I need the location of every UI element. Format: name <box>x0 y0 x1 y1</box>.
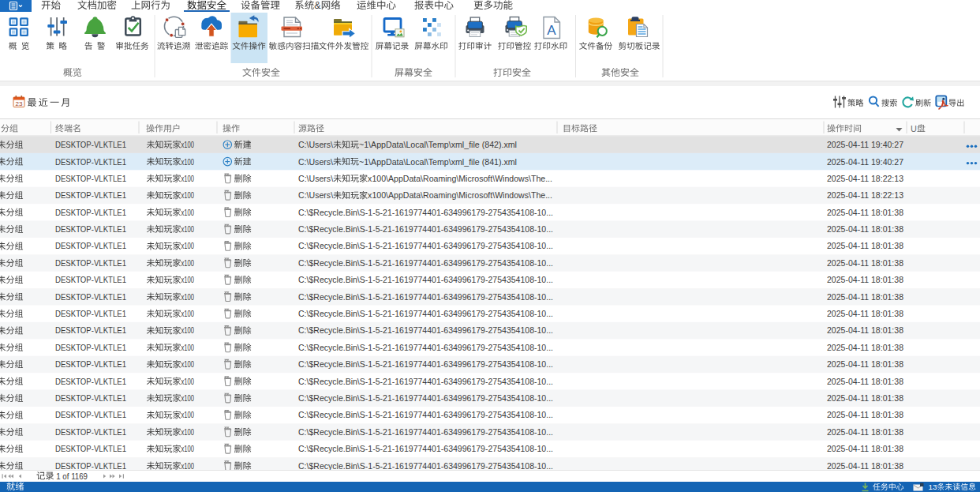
svg-text:DESKTOP-VLKTLE1: DESKTOP-VLKTLE1 <box>55 190 126 200</box>
svg-text:x100: x100 <box>181 140 195 149</box>
svg-text:DESKTOP-VLKTLE1: DESKTOP-VLKTLE1 <box>55 208 126 217</box>
svg-text:U: U <box>911 124 917 133</box>
svg-text:x100: x100 <box>181 174 195 183</box>
svg-text:13: 13 <box>929 483 938 491</box>
svg-text:x100: x100 <box>181 157 195 167</box>
svg-text:x100: x100 <box>181 190 195 200</box>
svg-text:x100: x100 <box>181 208 195 217</box>
svg-text:2025-04-11 19:40:27: 2025-04-11 19:40:27 <box>827 157 903 167</box>
svg-text:C:\$Recycle.Bin\S-1-5-21-16197: C:\$Recycle.Bin\S-1-5-21-1619774401-6349… <box>298 208 553 217</box>
svg-text:&: & <box>314 0 321 11</box>
svg-text:2025-04-11 19:40:27: 2025-04-11 19:40:27 <box>827 140 903 149</box>
svg-text:~1\AppData\Local\Temp\xml_file: ~1\AppData\Local\Temp\xml_file (841).xml <box>359 157 517 167</box>
svg-text:1 of 1169: 1 of 1169 <box>54 471 88 481</box>
svg-text:2025-04-11 18:22:13: 2025-04-11 18:22:13 <box>827 174 903 183</box>
svg-text:DESKTOP-VLKTLE1: DESKTOP-VLKTLE1 <box>55 157 126 167</box>
svg-text:2025-04-11 18:01:38: 2025-04-11 18:01:38 <box>827 208 903 217</box>
svg-text:~1\AppData\Local\Temp\xml_file: ~1\AppData\Local\Temp\xml_file (842).xml <box>359 140 517 149</box>
svg-text:x100\AppData\Roaming\Microsoft: x100\AppData\Roaming\Microsoft\Windows\T… <box>368 174 552 183</box>
svg-text:23: 23 <box>16 100 23 107</box>
svg-text:C:\Users\: C:\Users\ <box>298 140 334 149</box>
svg-text:C:\Users\: C:\Users\ <box>298 157 334 167</box>
svg-text:x100\AppData\Roaming\Microsoft: x100\AppData\Roaming\Microsoft\Windows\T… <box>368 190 552 200</box>
svg-text:C:\Users\: C:\Users\ <box>298 190 334 200</box>
svg-text:C:\Users\: C:\Users\ <box>298 174 334 183</box>
svg-text:DESKTOP-VLKTLE1: DESKTOP-VLKTLE1 <box>55 140 126 149</box>
svg-text:2025-04-11 18:22:13: 2025-04-11 18:22:13 <box>827 190 903 200</box>
svg-text:DESKTOP-VLKTLE1: DESKTOP-VLKTLE1 <box>55 174 126 183</box>
svg-text:A: A <box>547 23 556 38</box>
